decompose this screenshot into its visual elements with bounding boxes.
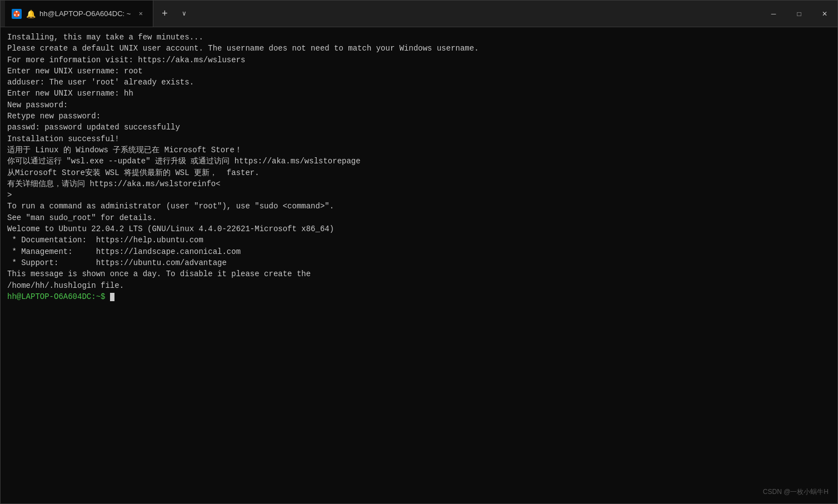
terminal-cursor (110, 293, 114, 301)
terminal-line: adduser: The user 'root' already exists. (7, 77, 831, 88)
terminal-line: To run a command as administrator (user … (7, 201, 831, 212)
terminal-line: * Documentation: https://help.ubuntu.com (7, 234, 831, 246)
maximize-button[interactable]: □ (786, 1, 812, 27)
tab-ubuntu-icon (12, 9, 22, 19)
svg-point-3 (14, 14, 16, 16)
terminal-line: /home/hh/.hushlogin file. (7, 280, 831, 291)
terminal-line: 你可以通过运行 "wsl.exe --update" 进行升级 或通过访问 ht… (7, 156, 831, 167)
terminal-line: For more information visit: https://aka.… (7, 54, 831, 66)
terminal-line: 有关详细信息，请访问 https://aka.ms/wslstoreinfo< (7, 178, 831, 189)
terminal-container: Installing, this may take a few minutes.… (1, 27, 837, 503)
terminal-line: 从Microsoft Store安装 WSL 将提供最新的 WSL 更新， fa… (7, 167, 831, 178)
terminal-prompt: hh@LAPTOP-O6A604DC:~$ (7, 292, 110, 301)
terminal-line: 适用于 Linux 的 Windows 子系统现已在 Microsoft Sto… (7, 144, 831, 156)
terminal-prompt-line[interactable]: hh@LAPTOP-O6A604DC:~$ (7, 291, 831, 302)
terminal-line: See "man sudo_root" for details. (7, 212, 831, 223)
terminal-line: Welcome to Ubuntu 22.04.2 LTS (GNU/Linux… (7, 223, 831, 234)
terminal-line: Please create a default UNIX user accoun… (7, 43, 831, 54)
terminal-output[interactable]: Installing, this may take a few minutes.… (1, 27, 837, 503)
watermark: CSDN @一枚小蜗牛H (763, 487, 829, 497)
tab-title: hh@LAPTOP-O6A604DC: ~ (39, 9, 131, 18)
minimize-button[interactable]: ─ (761, 1, 786, 27)
terminal-line: passwd: password updated successfully (7, 122, 831, 133)
window-controls: ─ □ ✕ (761, 1, 837, 27)
terminal-line: * Management: https://landscape.canonica… (7, 246, 831, 257)
terminal-line: New password: (7, 99, 831, 111)
svg-point-2 (18, 14, 19, 16)
terminal-line: > (7, 189, 831, 201)
tab-area: 🔔 hh@LAPTOP-O6A604DC: ~ ✕ + ∨ (5, 1, 383, 27)
terminal-line: Enter new UNIX username: root (7, 66, 831, 77)
terminal-window: 🔔 hh@LAPTOP-O6A604DC: ~ ✕ + ∨ ─ □ ✕ Inst… (0, 0, 838, 504)
terminal-line: Retype new password: (7, 111, 831, 122)
active-tab[interactable]: 🔔 hh@LAPTOP-O6A604DC: ~ ✕ (5, 1, 153, 27)
terminal-line: * Support: https://ubuntu.com/advantage (7, 257, 831, 268)
tab-bell-icon: 🔔 (26, 9, 35, 18)
terminal-line: Installation successful! (7, 133, 831, 144)
terminal-line: This message is shown once a day. To dis… (7, 268, 831, 280)
tab-close-button[interactable]: ✕ (135, 8, 146, 19)
terminal-line: Installing, this may take a few minutes.… (7, 32, 831, 43)
terminal-line: Enter new UNIX username: hh (7, 88, 831, 99)
tab-dropdown-button[interactable]: ∨ (176, 1, 192, 27)
close-button[interactable]: ✕ (812, 1, 837, 27)
new-tab-button[interactable]: + (153, 1, 176, 27)
svg-point-1 (16, 11, 18, 12)
titlebar: 🔔 hh@LAPTOP-O6A604DC: ~ ✕ + ∨ ─ □ ✕ (1, 1, 837, 27)
